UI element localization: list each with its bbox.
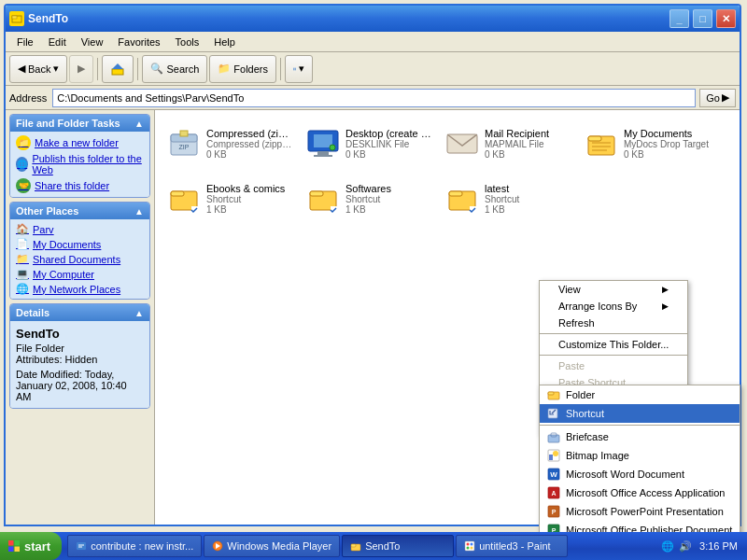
ctx-customize[interactable]: Customize This Folder...: [540, 336, 687, 353]
ctx-arrange[interactable]: Arrange Icons By ▶: [540, 298, 687, 315]
details-section: Details ▲ SendTo File Folder Attributes:…: [9, 303, 150, 409]
new-folder-icon: [547, 388, 560, 401]
bitmap-icon: [547, 449, 560, 462]
file-item[interactable]: Desktop (create shortcut) DESKLINK File …: [302, 118, 437, 169]
ctx-view[interactable]: View ▶: [540, 281, 687, 298]
go-button[interactable]: Go ▶: [699, 89, 736, 107]
place-shareddocs[interactable]: 📁 Shared Documents: [16, 253, 144, 265]
svg-point-40: [553, 451, 558, 456]
menu-help[interactable]: Help: [206, 35, 243, 49]
maximize-button[interactable]: □: [693, 9, 712, 28]
search-button[interactable]: 🔍 Search: [142, 55, 207, 83]
details-type: File Folder: [16, 343, 144, 354]
places-collapse-icon: ▲: [134, 206, 144, 217]
file-icon-softwares: [306, 182, 340, 216]
svg-rect-20: [592, 142, 611, 144]
views-dropdown-icon[interactable]: ▾: [299, 63, 304, 75]
new-powerpoint-item[interactable]: P Microsoft PowerPoint Presentation: [540, 502, 740, 521]
svg-rect-24: [171, 191, 184, 196]
place-mycomputer-icon: 💻: [16, 268, 29, 280]
views-icon: [293, 63, 296, 76]
place-mycomputer[interactable]: 💻 My Computer: [16, 268, 144, 280]
file-size: 1 KB: [345, 204, 432, 215]
file-info: latest Shortcut 1 KB: [485, 183, 571, 215]
places-header[interactable]: Other Places ▲: [10, 203, 149, 219]
svg-marker-3: [112, 63, 123, 69]
taskbar: start contribute : new instr... Windows …: [0, 532, 747, 560]
svg-rect-55: [8, 540, 14, 546]
forward-arrow-icon: ▶: [78, 63, 85, 75]
file-icon-mail: [445, 127, 479, 161]
menu-favorites[interactable]: Favorites: [110, 35, 167, 49]
file-item[interactable]: latest Shortcut 1 KB: [441, 173, 576, 224]
close-button[interactable]: ✕: [716, 9, 736, 28]
address-input[interactable]: [52, 89, 696, 107]
new-folder-item[interactable]: Folder: [540, 385, 740, 404]
tasks-header-label: File and Folder Tasks: [16, 118, 120, 129]
up-button[interactable]: [102, 55, 134, 83]
svg-point-68: [471, 543, 473, 546]
address-label: Address: [9, 92, 49, 104]
file-icon-ebooks: [167, 182, 201, 216]
file-type: MyDocs Drop Target: [624, 139, 711, 149]
file-size: 0 KB: [485, 149, 571, 160]
file-item[interactable]: Softwares Shortcut 1 KB: [302, 173, 437, 224]
task-publish[interactable]: 🌐 Publish this folder to the Web: [16, 153, 144, 175]
details-header[interactable]: Details ▲: [10, 304, 149, 321]
file-name: latest: [485, 183, 571, 194]
new-shortcut-item[interactable]: Shortcut: [540, 404, 740, 423]
place-mydocs[interactable]: 📄 My Documents: [16, 238, 144, 250]
svg-rect-2: [112, 69, 123, 75]
back-dropdown-icon[interactable]: ▾: [53, 63, 59, 75]
details-name: SendTo: [16, 327, 144, 341]
file-icon-desktop: [306, 127, 340, 161]
place-network[interactable]: 🌐 My Network Places: [16, 283, 144, 295]
share-icon: 🤝: [16, 178, 31, 193]
place-parv[interactable]: 🏠 Parv: [16, 223, 144, 235]
back-button[interactable]: ◀ Back ▾: [9, 55, 67, 83]
file-item[interactable]: ZIP Compressed (zipped) Folder Compresse…: [162, 118, 298, 169]
file-info: My Documents MyDocs Drop Target 0 KB: [624, 128, 711, 160]
file-type: Shortcut: [485, 194, 571, 204]
toolbar: ◀ Back ▾ ▶ 🔍 Search 📁 Folders ▾: [6, 52, 740, 86]
svg-point-67: [467, 543, 470, 546]
tasks-header[interactable]: File and Folder Tasks ▲: [10, 115, 149, 132]
new-bitmap-item[interactable]: Bitmap Image: [540, 446, 740, 465]
details-collapse-icon: ▲: [134, 308, 144, 318]
file-item[interactable]: My Documents MyDocs Drop Target 0 KB: [580, 118, 715, 169]
new-word-item[interactable]: W Microsoft Word Document: [540, 465, 740, 483]
svg-rect-19: [588, 136, 601, 141]
menu-tools[interactable]: Tools: [168, 35, 207, 49]
media-player-icon: [212, 540, 223, 552]
svg-rect-10: [180, 131, 188, 136]
svg-text:P: P: [552, 509, 557, 515]
minimize-button[interactable]: _: [669, 9, 689, 28]
new-access-item[interactable]: A Microsoft Office Access Application: [540, 483, 740, 502]
paint-icon: [464, 540, 475, 552]
new-briefcase-item[interactable]: Briefcase: [540, 427, 740, 446]
file-size: 0 KB: [206, 149, 293, 160]
tray-volume-icon: 🔊: [678, 539, 693, 553]
menu-file[interactable]: File: [9, 35, 41, 49]
file-item[interactable]: Ebooks & comics Shortcut 1 KB: [162, 173, 298, 224]
task-new-folder[interactable]: 📁 Make a new folder: [16, 135, 144, 150]
back-arrow-icon: ◀: [18, 63, 25, 75]
taskbar-tray: 🌐 🔊 3:16 PM: [655, 539, 747, 553]
ctx-refresh[interactable]: Refresh: [540, 315, 687, 331]
start-button[interactable]: start: [0, 532, 62, 560]
menu-edit[interactable]: Edit: [41, 35, 74, 49]
file-info: Compressed (zipped) Folder Compressed (z…: [206, 128, 293, 160]
svg-rect-15: [314, 155, 332, 157]
task-share[interactable]: 🤝 Share this folder: [16, 178, 144, 193]
menu-view[interactable]: View: [74, 35, 111, 49]
taskbar-item-sendto[interactable]: SendTo: [342, 535, 454, 557]
file-item[interactable]: Mail Recipient MAPMAIL File 0 KB: [441, 118, 576, 169]
taskbar-item-paint[interactable]: untitled3 - Paint: [456, 535, 568, 557]
views-button[interactable]: ▾: [285, 55, 313, 83]
taskbar-item-contribute[interactable]: contribute : new instr...: [67, 535, 202, 557]
forward-button[interactable]: ▶: [69, 55, 93, 83]
taskbar-item-mediaplayer[interactable]: Windows Media Player: [204, 535, 340, 557]
folders-button[interactable]: 📁 Folders: [209, 55, 276, 83]
folders-label: Folders: [233, 63, 268, 75]
tasks-section: File and Folder Tasks ▲ 📁 Make a new fol…: [9, 114, 150, 198]
